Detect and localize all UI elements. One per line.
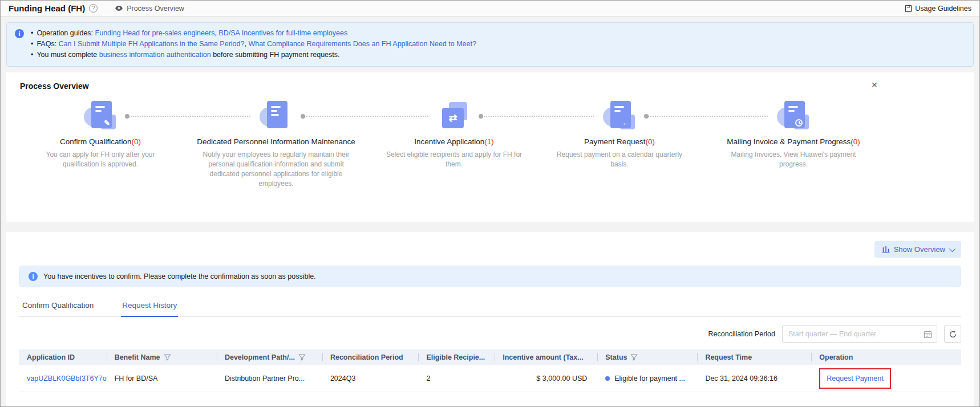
- highlight-box: Request Payment: [819, 368, 890, 389]
- step-count: (0): [851, 137, 860, 146]
- table-header: Application ID Benefit Name Development …: [19, 349, 961, 365]
- mailing-invoice-icon: [776, 101, 811, 132]
- process-overview-toggle[interactable]: Process Overview: [115, 4, 184, 13]
- usage-guidelines-label: Usage Guidelines: [915, 5, 971, 13]
- info-icon: i: [15, 29, 24, 38]
- chevron-down-icon: [949, 245, 955, 251]
- faqs-line: •FAQs: Can I Submit Multiple FH Applicat…: [31, 39, 964, 50]
- notice-area: i •Operation guides: Funding Head for pr…: [1, 17, 979, 67]
- step-count: (1): [484, 137, 494, 146]
- refresh-button[interactable]: [944, 325, 961, 343]
- incentive-application-icon: ⇄: [436, 101, 472, 132]
- main-panel: Show Overview i You have incentives to c…: [6, 232, 974, 406]
- filter-icon[interactable]: [298, 354, 306, 361]
- operation-cell: Request Payment: [811, 368, 961, 389]
- reconciliation-period-label: Reconciliation Period: [708, 330, 775, 338]
- incentive-amount-cell: $ 3,000.00 USD: [495, 375, 597, 382]
- benefit-name-cell: FH for BD/SA: [107, 375, 217, 382]
- document-icon: [905, 5, 912, 13]
- step-confirm-qualification: ✎ Confirm Qualification(0) You can apply…: [15, 101, 186, 169]
- quarter-range-input[interactable]: [788, 330, 924, 338]
- process-overview-toggle-label: Process Overview: [127, 5, 184, 13]
- filter-row: Reconciliation Period: [19, 325, 961, 343]
- faq-link-multiple-applications[interactable]: Can I Submit Multiple FH Applications in…: [59, 40, 245, 48]
- operation-guides-label: Operation guides:: [37, 29, 95, 37]
- show-overview-label: Show Overview: [894, 245, 945, 254]
- tab-confirm-qualification[interactable]: Confirm Qualification: [21, 298, 95, 316]
- filter-icon[interactable]: [630, 354, 638, 361]
- request-time-cell: Dec 31, 2024 09:36:16: [697, 375, 811, 382]
- faqs-label: FAQs:: [37, 40, 58, 48]
- refresh-icon: [949, 330, 957, 339]
- table-row: vapUZBLK0GBbI3T6Y7o FH for BD/SA Distrib…: [19, 365, 961, 392]
- faq-link-compliance[interactable]: What Compliance Requirements Does an FH …: [248, 40, 476, 48]
- process-overview-panel: Process Overview ✕ ✎ Confirm Qualificati…: [6, 72, 974, 222]
- calendar-icon[interactable]: [924, 330, 932, 339]
- tab-bar: Confirm Qualification Request History: [19, 298, 961, 317]
- step-payment-request: ← Payment Request(0) Request payment on …: [540, 101, 699, 169]
- development-path-cell: Distribution Partner Pro...: [217, 375, 322, 382]
- show-overview-button[interactable]: Show Overview: [874, 241, 961, 258]
- page-title: Funding Head (FH): [9, 3, 85, 13]
- step-personnel-maintenance: Dedicated Personnel Information Maintena…: [185, 101, 367, 189]
- confirm-qualification-icon: ✎: [83, 101, 118, 132]
- request-payment-link[interactable]: Request Payment: [827, 375, 883, 382]
- application-id-link[interactable]: vapUZBLK0GBbI3T6Y7o: [27, 375, 107, 382]
- status-text: Eligible for payment ...: [614, 375, 685, 382]
- topbar: Funding Head (FH) ? Process Overview Usa…: [1, 1, 979, 17]
- reconciliation-period-cell: 2024Q3: [322, 375, 419, 382]
- step-incentive-application: ⇄ Incentive Application(1) Select eligib…: [368, 101, 540, 169]
- step-count: (0): [645, 137, 655, 146]
- filter-icon[interactable]: [164, 354, 171, 361]
- step-count: (0): [131, 137, 141, 146]
- info-banner: i •Operation guides: Funding Head for pr…: [6, 22, 974, 67]
- eye-icon: [115, 4, 123, 13]
- process-steps: ✎ Confirm Qualification(0) You can apply…: [6, 101, 975, 209]
- status-cell: Eligible for payment ...: [597, 375, 697, 382]
- operation-guides-line: •Operation guides: Funding Head for pre-…: [31, 28, 964, 39]
- request-history-table: Application ID Benefit Name Development …: [19, 349, 961, 392]
- payment-request-icon: ←: [602, 101, 637, 132]
- guide-link-presales[interactable]: Funding Head for pre-sales engineers: [95, 29, 215, 37]
- business-authentication-link[interactable]: business information authentication: [99, 51, 211, 59]
- authentication-line: •You must complete business information …: [31, 50, 964, 60]
- eligible-recipients-cell: 2: [418, 375, 495, 382]
- status-dot: [605, 376, 610, 381]
- close-icon[interactable]: ✕: [871, 80, 878, 89]
- tab-request-history[interactable]: Request History: [121, 298, 178, 317]
- incentive-notice-banner: i You have incentives to confirm. Please…: [19, 266, 961, 287]
- info-icon: i: [29, 272, 38, 281]
- process-overview-title: Process Overview: [20, 82, 960, 91]
- bar-chart-icon: [882, 246, 890, 253]
- guide-link-bdsa[interactable]: BD/SA Incentives for full-time employees: [218, 29, 347, 37]
- usage-guidelines-link[interactable]: Usage Guidelines: [905, 5, 971, 13]
- step-mailing-invoice: Mailing Invoice & Payment Progress(0) Ma…: [708, 101, 879, 169]
- incentive-notice-text: You have incentives to confirm. Please c…: [43, 272, 316, 280]
- personnel-maintenance-icon: [258, 101, 294, 132]
- help-icon[interactable]: ?: [89, 4, 98, 13]
- reconciliation-period-picker[interactable]: [782, 325, 937, 343]
